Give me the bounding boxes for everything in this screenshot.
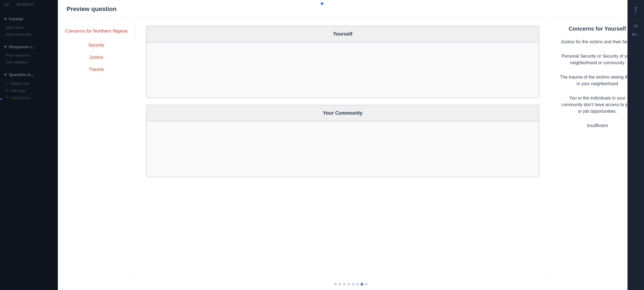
modal-dialog: Preview question × Concerns for Northern… <box>58 0 644 290</box>
progress-dot-2 <box>343 283 346 286</box>
progress-dot-7 <box>365 283 368 286</box>
answer-item-3: You or the individuals in your community… <box>559 95 635 115</box>
answer-item-4: Insufficient <box>559 122 635 129</box>
modal-header: Preview question × <box>58 0 644 17</box>
drop-zone-yourself[interactable]: Yourself <box>146 26 539 98</box>
modal-title: Preview question <box>67 6 117 13</box>
right-edge-panel: Pre... /> &n... <box>627 0 644 290</box>
source-item-security[interactable]: Security <box>88 42 104 49</box>
answer-item-2: The trauma of the victims seeing them in… <box>559 74 635 87</box>
drop-zone-community-body[interactable] <box>147 122 539 177</box>
answers-panel-title: Concerns for Yourself <box>559 26 635 32</box>
drop-zone-yourself-header: Yourself <box>147 26 539 42</box>
progress-dot-4 <box>352 283 355 286</box>
edge-code-icon[interactable]: /> <box>634 23 638 29</box>
drop-zones-panel: Yourself Your Community <box>135 17 550 280</box>
source-item-trauma[interactable]: Trauma <box>89 66 104 73</box>
progress-dot-0 <box>334 283 337 286</box>
edge-tab-preview[interactable]: Pre... <box>632 3 640 19</box>
progress-dot-6-active <box>361 283 363 286</box>
progress-dot-3 <box>347 283 350 286</box>
drop-zone-community-header: Your Community <box>147 105 539 122</box>
progress-dot-5 <box>356 283 359 286</box>
top-progress <box>321 2 323 5</box>
drop-zone-community[interactable]: Your Community <box>146 105 539 177</box>
source-title: Concerns for Northern Nigeria <box>65 28 128 34</box>
bottom-progress-bar <box>58 280 644 290</box>
source-panel: Concerns for Northern Nigeria Security J… <box>58 17 135 280</box>
top-progress-dot <box>321 2 323 5</box>
answer-item-1: Personal Security or Security of your ne… <box>559 53 635 66</box>
edge-amp-label[interactable]: &n... <box>632 32 640 36</box>
source-item-justice[interactable]: Justice <box>90 54 103 61</box>
answer-item-0: Justice for the victims and their family <box>559 39 635 45</box>
progress-dot-1 <box>339 283 341 286</box>
modal-body: Concerns for Northern Nigeria Security J… <box>58 17 644 280</box>
drop-zone-yourself-body[interactable] <box>147 42 539 98</box>
